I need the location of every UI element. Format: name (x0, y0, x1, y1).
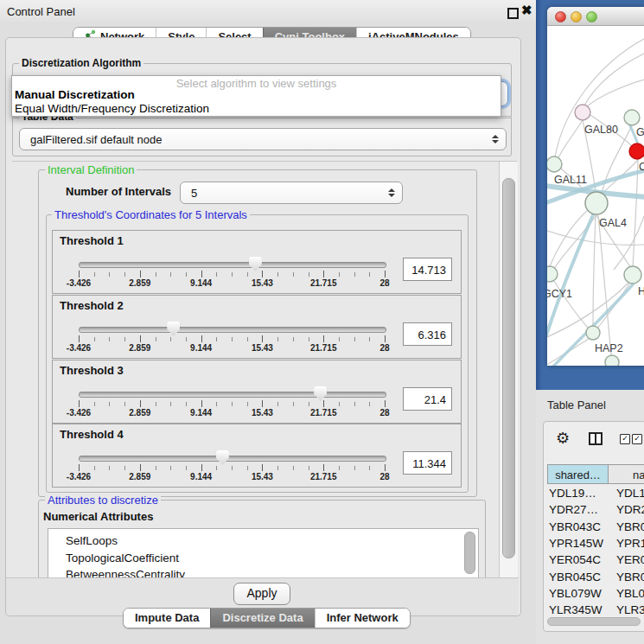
threshold-value-field[interactable]: 11.344 (403, 451, 452, 475)
slider-tick (293, 402, 294, 406)
network-node-label: C (639, 161, 644, 173)
cell-name: YBR0 (616, 519, 644, 535)
network-node[interactable] (605, 355, 619, 366)
minimize-traffic-light-icon[interactable] (571, 11, 582, 22)
cell-name: YER0 (616, 552, 644, 568)
slider-tick (94, 466, 95, 470)
cell-name: YBR0 (616, 569, 644, 585)
slider-tick (339, 337, 340, 341)
network-window: GAL80GACGAL11GAL4GCY1HHAP2 (547, 7, 644, 366)
slider-tick (124, 402, 125, 406)
network-node-label: GCY1 (547, 288, 572, 300)
bottom-tab-bar: Impute DataDiscretize DataInfer Network (123, 608, 411, 628)
table-row[interactable]: YBL079WYBL0 (547, 585, 644, 602)
threshold-slider-track[interactable] (79, 262, 386, 268)
slider-tick (156, 466, 156, 470)
settings-scrollbar-thumb[interactable] (502, 178, 515, 558)
threshold-panel-4: Threshold 4-3.4262.8599.14415.4321.71528… (52, 424, 462, 488)
numerical-attributes-list[interactable]: SelfLoopsTopologicalCoefficientBetweenne… (48, 528, 479, 579)
slider-tick (124, 337, 125, 341)
tab-label: Infer Network (327, 609, 399, 628)
column-checkbox-icon[interactable]: ✓ (632, 434, 642, 444)
cell-shared-name: YBR045C (549, 569, 601, 585)
slider-tick (140, 271, 141, 277)
apply-button[interactable]: Apply (233, 583, 290, 605)
threshold-slider-track[interactable] (79, 327, 386, 333)
threshold-slider-thumb[interactable] (216, 450, 229, 465)
network-edge[interactable] (558, 120, 583, 158)
slider-tick (385, 400, 386, 407)
menu-item-equal-width-frequency[interactable]: Equal Width/Frequency Discretization (15, 102, 209, 115)
tab-discretize-data[interactable]: Discretize Data (210, 609, 314, 628)
table-row[interactable]: YPR145WYPR1 (547, 535, 644, 552)
threshold-panel-2: Threshold 2-3.4262.8599.14415.4321.71528… (52, 295, 462, 359)
network-node-gcy1[interactable] (547, 266, 558, 282)
threshold-slider-thumb[interactable] (314, 386, 327, 401)
zoom-traffic-light-icon[interactable] (586, 11, 597, 22)
table-data-combo[interactable]: galFiltered.sif default node (19, 128, 507, 150)
slider-tick-label: 28 (379, 408, 389, 418)
network-node-gal4[interactable] (585, 192, 608, 214)
threshold-slider-thumb[interactable] (249, 257, 262, 271)
slider-tick (354, 466, 355, 470)
threshold-value-field[interactable]: 21.4 (403, 387, 452, 411)
slider-tick (170, 337, 171, 341)
threshold-slider-thumb[interactable] (167, 322, 180, 336)
slider-tick-label: 9.144 (190, 343, 212, 353)
close-icon[interactable]: ✖ (521, 3, 532, 18)
tab-impute-data[interactable]: Impute Data (124, 609, 210, 628)
threshold-panel-1: Threshold 1-3.4262.8599.14415.4321.71528… (52, 230, 462, 294)
slider-tick (262, 464, 263, 471)
network-node-hap2[interactable] (586, 326, 600, 340)
table-horizontal-scrollbar[interactable] (547, 617, 641, 626)
threshold-value-field[interactable]: 6.316 (403, 322, 452, 346)
table-row[interactable]: YLR345WYLR3 (547, 602, 644, 616)
attribute-item-topologicalcoefficient[interactable]: TopologicalCoefficient (66, 550, 179, 566)
combo-stepper-icon (492, 135, 499, 143)
threshold-slider-track[interactable] (79, 392, 386, 398)
attributes-list-scrollbar-thumb[interactable] (464, 532, 475, 574)
slider-tick (94, 337, 95, 341)
threshold-label: Threshold 4 (60, 428, 124, 441)
table-row[interactable]: YBR045CYBR0 (547, 569, 644, 585)
slider-tick (232, 337, 233, 341)
split-columns-icon[interactable] (589, 432, 603, 445)
tab-infer-network[interactable]: Infer Network (315, 609, 410, 628)
table-row[interactable]: YBR043CYBR0 (547, 519, 644, 535)
slider-tick (109, 272, 110, 277)
threshold-value-field[interactable]: 14.713 (403, 258, 452, 281)
interval-definition-group-title: Interval Definition (45, 163, 137, 176)
menu-item-manual-discretization[interactable]: Manual Discretization (15, 88, 135, 101)
network-node-ga[interactable] (624, 110, 640, 125)
network-node-gal11[interactable] (547, 156, 562, 172)
network-edge[interactable] (586, 80, 644, 107)
table-settings-gear-icon[interactable]: ⚙ (556, 429, 570, 448)
network-node-label: GA (636, 126, 644, 138)
network-node-gal80[interactable] (575, 105, 590, 120)
close-traffic-light-icon[interactable] (555, 11, 566, 22)
slider-tick (323, 464, 324, 471)
attribute-item-selfloops[interactable]: SelfLoops (66, 532, 118, 549)
attributes-group-title: Attributes to discretize (45, 494, 161, 507)
column-header-name[interactable]: na (608, 464, 644, 484)
column-header-shared[interactable]: shared… (547, 464, 609, 484)
slider-tick (186, 337, 187, 341)
threshold-label: Threshold 1 (60, 234, 124, 247)
table-row[interactable]: YDR27…YDR2 (547, 501, 644, 518)
slider-tick-label: 9.144 (190, 408, 212, 418)
network-canvas[interactable]: GAL80GACGAL11GAL4GCY1HHAP2 (547, 26, 644, 366)
number-of-intervals-label: Number of Intervals (66, 185, 171, 198)
slider-tick (170, 466, 171, 470)
network-node-label: H (638, 285, 644, 297)
slider-tick (309, 466, 309, 470)
table-row[interactable]: YDL19…YDL1 (547, 485, 644, 501)
column-checkbox-icon[interactable]: ✓ (620, 434, 630, 444)
number-of-intervals-combo[interactable]: 5 (180, 182, 403, 204)
network-edge[interactable] (593, 215, 596, 326)
float-window-icon[interactable] (507, 8, 519, 19)
threshold-slider-track[interactable] (79, 456, 386, 462)
settings-scrollbar-track[interactable] (499, 162, 518, 577)
table-row[interactable]: YER054CYER0 (547, 552, 644, 568)
network-node-c[interactable] (629, 143, 644, 159)
network-node-h[interactable] (624, 266, 641, 284)
